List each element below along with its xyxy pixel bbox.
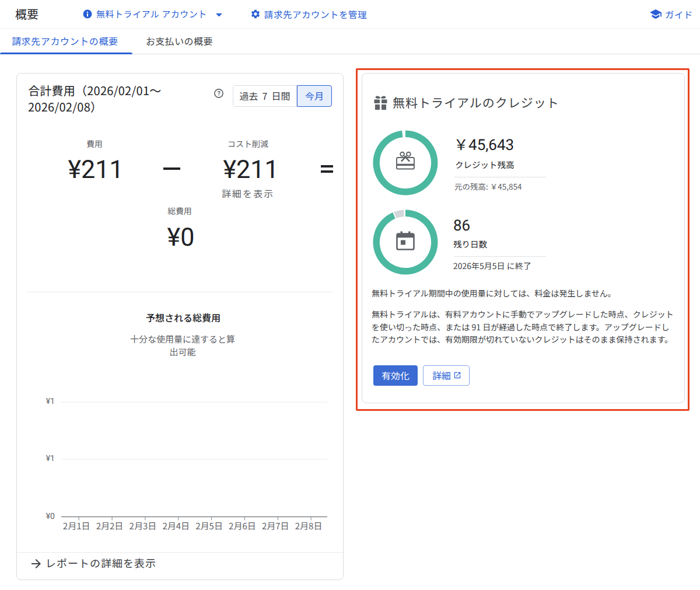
svg-text:?: ?	[217, 89, 220, 97]
